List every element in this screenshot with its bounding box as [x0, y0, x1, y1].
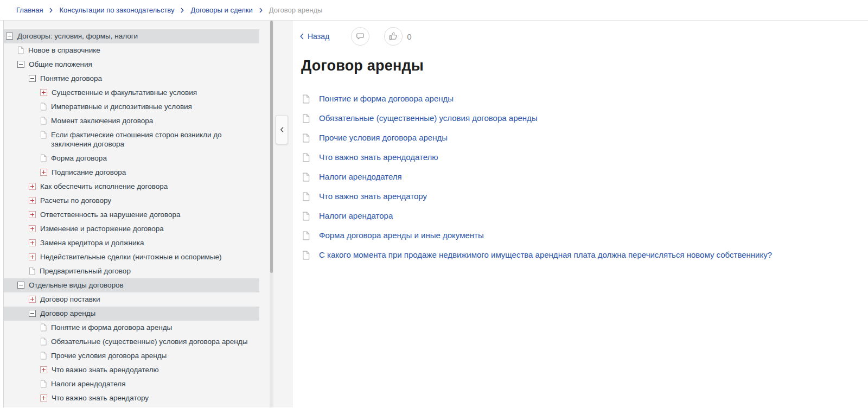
document-link[interactable]: Понятие и форма договора аренды	[319, 94, 454, 103]
like-count: 0	[407, 32, 411, 41]
tree-item-label: Договор поставки	[40, 295, 100, 304]
tree-item[interactable]: Существенные и факультативные условия	[4, 86, 259, 100]
comment-button[interactable]	[351, 27, 369, 46]
expand-icon[interactable]	[29, 183, 36, 190]
document-list-item: Прочие условия договора аренды	[301, 128, 868, 148]
document-list-item: Форма договора аренды и иные документы	[301, 226, 868, 245]
tree-item[interactable]: Обязательные (существенные) условия дого…	[4, 335, 259, 349]
chevron-right-icon	[49, 8, 53, 13]
tree-item-label: Момент заключения договора	[51, 116, 153, 125]
expand-icon[interactable]	[29, 225, 36, 232]
collapse-icon[interactable]	[29, 310, 36, 317]
tree-item[interactable]: Договор аренды	[4, 307, 259, 321]
tree-item[interactable]: Договор поставки	[4, 292, 259, 307]
tree-item-label: Понятие договора	[40, 74, 102, 83]
tree-item-label: Отдельные виды договоров	[29, 280, 124, 290]
comment-icon	[355, 31, 365, 41]
chevron-left-icon	[280, 126, 284, 133]
document-list-item: Налоги арендодателя	[301, 167, 868, 187]
tree-item-label: Замена кредитора и должника	[40, 238, 144, 247]
breadcrumb-link[interactable]: Договоры и сделки	[190, 6, 252, 14]
document-icon	[302, 251, 310, 260]
collapse-icon[interactable]	[29, 75, 36, 82]
collapse-icon[interactable]	[6, 33, 13, 40]
tree-item[interactable]: Расчеты по договору	[4, 194, 259, 208]
document-icon	[40, 154, 47, 162]
tree-item[interactable]: Ответственность за нарушение договора	[4, 208, 259, 222]
document-link[interactable]: С какого момента при продаже недвижимого…	[319, 250, 772, 259]
expand-icon[interactable]	[40, 394, 47, 401]
document-link[interactable]: Налоги арендатора	[319, 211, 393, 220]
expand-icon[interactable]	[29, 253, 36, 260]
tree-item-label: Императивные и диспозитивные условия	[51, 102, 192, 111]
document-list-item: С какого момента при продаже недвижимого…	[301, 245, 868, 265]
tree-item[interactable]: Подписание договора	[4, 165, 259, 180]
document-link[interactable]: Обязательные (существенные) условия дого…	[319, 113, 538, 123]
article-toolbar: Назад 0	[293, 27, 868, 46]
tree-item[interactable]: Прочие условия договора аренды	[4, 349, 259, 363]
expand-icon[interactable]	[29, 211, 36, 218]
breadcrumb-link[interactable]: Консультации по законодательству	[59, 6, 174, 14]
document-icon	[302, 114, 310, 123]
tree-item-label: Ответственность за нарушение договора	[40, 210, 181, 219]
document-list-item: Что важно знать арендатору	[301, 187, 868, 206]
tree-item-label: Существенные и факультативные условия	[52, 88, 197, 97]
document-link[interactable]: Налоги арендодателя	[319, 172, 402, 181]
document-icon	[17, 46, 24, 54]
tree-item[interactable]: Договоры: условия, формы, налоги	[4, 29, 259, 43]
document-icon	[302, 94, 310, 104]
expand-icon[interactable]	[40, 89, 47, 96]
document-link[interactable]: Что важно знать арендодателю	[319, 152, 438, 162]
back-button[interactable]: Назад	[300, 32, 329, 41]
tree-item-label: Новое в справочнике	[28, 46, 100, 55]
thumbs-up-icon	[388, 31, 398, 41]
tree-item[interactable]: Общие положения	[4, 58, 259, 72]
tree-item[interactable]: Замена кредитора и должника	[4, 236, 259, 250]
expand-icon[interactable]	[40, 366, 47, 373]
tree-item[interactable]: Что важно знать арендатору	[4, 391, 259, 405]
tree-item-label: Недействительные сделки (ничтожные и осп…	[40, 252, 221, 262]
tree-item[interactable]: Понятие и форма договора аренды	[4, 321, 259, 335]
document-list-item: Понятие и форма договора аренды	[301, 89, 868, 109]
collapse-icon[interactable]	[17, 61, 24, 68]
document-icon	[302, 192, 310, 201]
tree-item-label: Если фактические отношения сторон возник…	[51, 130, 259, 149]
like-button[interactable]	[384, 27, 403, 46]
tree-item[interactable]: Форма договора	[4, 151, 259, 165]
document-list: Понятие и форма договора арендыОбязатель…	[293, 89, 868, 265]
tree-item[interactable]: Если фактические отношения сторон возник…	[4, 128, 259, 151]
scrollbar-thumb[interactable]	[270, 21, 273, 273]
sidebar-scrollbar[interactable]	[270, 21, 273, 407]
document-link[interactable]: Прочие условия договора аренды	[319, 133, 448, 142]
expand-icon[interactable]	[29, 197, 36, 204]
tree-item[interactable]: Момент заключения договора	[4, 114, 259, 128]
tree-item-label: Подписание договора	[52, 168, 126, 177]
tree-item[interactable]: Отдельные виды договоров	[4, 278, 259, 292]
expand-icon[interactable]	[29, 239, 36, 246]
document-icon	[302, 212, 310, 221]
collapse-icon[interactable]	[17, 282, 24, 289]
breadcrumb-link[interactable]: Главная	[16, 6, 43, 14]
chevron-left-icon	[300, 33, 304, 40]
tree-item[interactable]: Что важно знать арендодателю	[4, 363, 259, 377]
tree-item-label: Что важно знать арендодателю	[52, 365, 159, 374]
document-link[interactable]: Что важно знать арендатору	[319, 192, 427, 201]
sidebar-collapse-button[interactable]	[276, 115, 288, 144]
tree-item[interactable]: Новое в справочнике	[4, 43, 259, 58]
document-link[interactable]: Форма договора аренды и иные документы	[319, 231, 484, 240]
tree-item[interactable]: Предварительный договор	[4, 264, 259, 278]
breadcrumb-current: Договор аренды	[269, 6, 323, 14]
tree-item[interactable]: Императивные и диспозитивные условия	[4, 100, 259, 114]
tree-item[interactable]: Изменение и расторжение договора	[4, 222, 259, 236]
tree-item-label: Договор аренды	[40, 309, 95, 318]
page-layout: Договоры: условия, формы, налогиНовое в …	[0, 21, 868, 407]
tree-item[interactable]: Недействительные сделки (ничтожные и осп…	[4, 250, 259, 264]
tree-item-label: Форма договора	[51, 154, 107, 163]
expand-icon[interactable]	[40, 169, 47, 176]
document-icon	[40, 131, 47, 139]
tree-item[interactable]: Как обеспечить исполнение договора	[4, 180, 259, 194]
tree-item[interactable]: Понятие договора	[4, 72, 259, 86]
tree-item-label: Как обеспечить исполнение договора	[40, 182, 168, 191]
expand-icon[interactable]	[29, 296, 36, 303]
tree-item[interactable]: Налоги арендодателя	[4, 377, 259, 391]
